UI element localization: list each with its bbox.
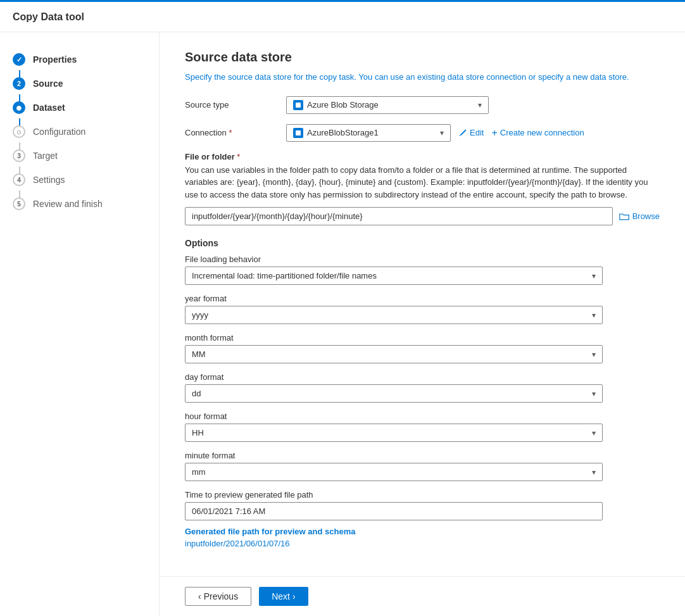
generated-path-value: inputfolder/2021/06/01/07/16 [185,539,660,548]
step-circle-settings: 4 [13,173,25,186]
minute-format-value: mm [192,467,206,477]
hour-format-value: HH [192,428,204,437]
connection-required-marker: * [229,128,232,137]
source-type-label: Source type [185,100,286,110]
options-title: Options [185,238,660,248]
browse-label: Browse [632,211,660,221]
app-header: Copy Data tool [0,2,685,32]
folder-icon [619,212,629,221]
browse-button[interactable]: Browse [619,211,660,221]
connection-dropdown[interactable]: AzureBlobStorage1 ▾ [286,124,451,142]
app-title: Copy Data tool [13,11,84,23]
create-connection-label: Create new connection [500,128,584,137]
year-format-group: year format yyyy ▾ [185,294,660,324]
source-type-value: Azure Blob Storage [307,100,379,110]
edit-button[interactable]: Edit [458,128,484,137]
time-preview-group: Time to preview generated file path [185,490,660,520]
svg-rect-1 [296,130,301,135]
page-description: Specify the source data store for the co… [185,71,660,84]
file-loading-dropdown[interactable]: Incremental load: time-partitioned folde… [185,267,603,285]
connection-chevron-icon: ▾ [440,129,444,137]
year-format-chevron-icon: ▾ [592,311,596,320]
year-format-value: yyyy [192,310,208,320]
svg-rect-0 [296,103,301,108]
month-format-dropdown[interactable]: MM ▾ [185,345,603,363]
step-label-review: Review and finish [33,197,103,211]
source-type-dropdown[interactable]: Azure Blob Storage ▾ [286,96,489,114]
minute-format-dropdown[interactable]: mm ▾ [185,463,603,481]
day-format-dropdown[interactable]: dd ▾ [185,384,603,403]
step-label-properties: Properties [33,53,77,66]
azure-blob-icon [293,100,303,110]
file-loading-group: File loading behavior Incremental load: … [185,255,660,285]
generated-path-group: Generated file path for preview and sche… [185,527,660,548]
file-loading-label: File loading behavior [185,255,660,264]
create-connection-button[interactable]: + Create new connection [491,128,584,138]
sidebar-item-target[interactable]: 3 Target [0,144,159,168]
step-circle-dataset: ● [13,101,25,114]
sidebar-item-settings[interactable]: 4 Settings [0,168,159,192]
previous-chevron-icon: ‹ [198,591,201,601]
step-label-source: Source [33,77,63,91]
month-format-value: MM [192,349,206,359]
connection-row: Connection * AzureBlobStorage1 ▾ [185,124,660,142]
file-loading-value: Incremental load: time-partitioned folde… [192,271,377,280]
step-circle-source: 2 [13,77,25,90]
connection-inner: AzureBlobStorage1 [293,128,379,138]
hour-format-chevron-icon: ▾ [592,429,596,437]
source-type-inner: Azure Blob Storage [293,100,379,110]
time-preview-label: Time to preview generated file path [185,490,660,500]
month-format-chevron-icon: ▾ [592,350,596,359]
day-format-chevron-icon: ▾ [592,389,596,398]
minute-format-chevron-icon: ▾ [592,468,596,477]
folder-input-row: Browse [185,207,660,225]
month-format-group: month format MM ▾ [185,333,660,363]
file-folder-heading: File or folder * [185,152,660,161]
plus-icon: + [491,128,497,138]
year-format-dropdown[interactable]: yyyy ▾ [185,306,603,324]
generated-path-label: Generated file path for preview and sche… [185,527,660,536]
main-content: Source data store Specify the source dat… [160,32,685,576]
edit-icon [458,129,467,137]
step-circle-properties: ✓ [13,53,25,66]
source-type-row: Source type Azure Blob Storage ▾ [185,96,660,114]
file-folder-required: * [237,152,240,161]
file-loading-chevron-icon: ▾ [592,272,596,280]
hour-format-dropdown[interactable]: HH ▾ [185,424,603,442]
source-type-chevron-icon: ▾ [478,101,482,110]
connection-blob-icon [293,128,303,138]
year-format-label: year format [185,294,660,303]
source-type-control: Azure Blob Storage ▾ [286,96,489,114]
sidebar-item-dataset[interactable]: ● Dataset [0,96,159,120]
file-folder-description: You can use variables in the folder path… [185,164,660,201]
sidebar: ✓ Properties 2 Source ● Dataset ○ Config… [0,32,160,616]
time-preview-input[interactable] [185,502,603,520]
sidebar-item-configuration[interactable]: ○ Configuration [0,120,159,144]
sidebar-item-properties[interactable]: ✓ Properties [0,47,159,72]
step-circle-review: 5 [13,198,25,210]
connection-label: Connection * [185,128,286,137]
hour-format-group: hour format HH ▾ [185,412,660,442]
file-folder-label: File or folder [185,152,235,161]
hour-format-label: hour format [185,412,660,421]
step-label-settings: Settings [33,173,65,187]
next-chevron-icon: › [292,591,296,601]
page-title: Source data store [185,50,660,65]
step-circle-target: 3 [13,149,25,162]
step-label-configuration: Configuration [33,125,85,139]
file-folder-section: File or folder * You can use variables i… [185,152,660,226]
minute-format-group: minute format mm ▾ [185,451,660,481]
footer: ‹ Previous Next › [160,576,685,616]
next-button[interactable]: Next › [259,587,308,606]
file-folder-input[interactable] [185,207,613,225]
edit-label: Edit [470,128,484,137]
day-format-group: day format dd ▾ [185,372,660,403]
step-circle-configuration: ○ [13,125,25,138]
connection-value: AzureBlobStorage1 [307,128,379,137]
step-label-dataset: Dataset [33,101,65,115]
sidebar-item-review[interactable]: 5 Review and finish [0,192,159,216]
previous-label: Previous [204,591,238,601]
previous-button[interactable]: ‹ Previous [185,587,251,606]
minute-format-label: minute format [185,451,660,460]
sidebar-item-source[interactable]: 2 Source [0,72,159,96]
